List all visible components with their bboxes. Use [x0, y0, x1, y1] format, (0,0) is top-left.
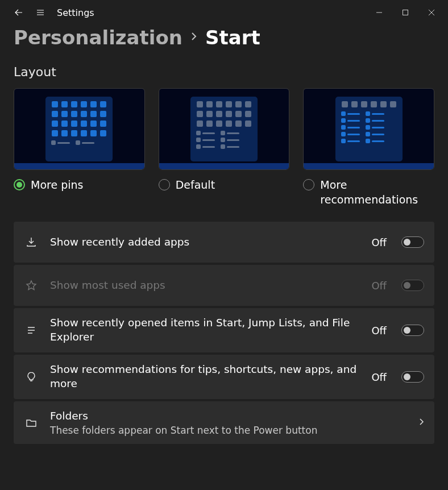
- title-bar: Settings: [0, 0, 448, 25]
- folder-icon: [24, 416, 39, 430]
- layout-option-more-pins[interactable]: More pins: [14, 88, 145, 207]
- setting-title: Folders: [50, 409, 407, 423]
- toggle-state: Off: [371, 280, 387, 292]
- toggle-recently-added-apps[interactable]: [401, 236, 424, 248]
- setting-subtitle: These folders appear on Start next to th…: [50, 425, 407, 436]
- maximize-button[interactable]: [392, 4, 418, 21]
- back-button[interactable]: [10, 4, 27, 21]
- arrow-left-icon: [14, 8, 23, 17]
- radio-label-more-recs: More recommendations: [320, 178, 434, 207]
- toggle-state: Off: [371, 371, 387, 383]
- setting-recommendations-tips[interactable]: Show recommendations for tips, shortcuts…: [14, 355, 434, 399]
- close-button[interactable]: [418, 4, 445, 21]
- breadcrumb: Personalization Start: [14, 26, 434, 49]
- list-icon: [24, 323, 39, 338]
- hamburger-icon: [36, 8, 45, 17]
- toggle-state: Off: [371, 325, 387, 337]
- chevron-right-icon: [190, 31, 197, 44]
- svg-rect-0: [403, 10, 408, 15]
- setting-title: Show recently added apps: [50, 235, 360, 250]
- setting-recently-opened-items[interactable]: Show recently opened items in Start, Jum…: [14, 308, 434, 352]
- maximize-icon: [403, 10, 408, 15]
- toggle-most-used-apps: [401, 280, 424, 291]
- layout-option-more-recs[interactable]: More recommendations: [303, 88, 434, 207]
- layout-options: More pins: [14, 88, 434, 207]
- setting-recently-added-apps[interactable]: Show recently added apps Off: [14, 222, 434, 263]
- radio-default[interactable]: [159, 179, 170, 190]
- layout-option-default[interactable]: Default: [159, 88, 290, 207]
- section-layout-title: Layout: [14, 65, 434, 79]
- toggle-state: Off: [371, 236, 387, 248]
- content-area: Personalization Start Layout: [0, 25, 448, 458]
- settings-list: Show recently added apps Off Show most u…: [14, 222, 434, 444]
- radio-label-more-pins: More pins: [31, 178, 83, 193]
- setting-title: Show recently opened items in Start, Jum…: [50, 316, 360, 344]
- toggle-recommendations-tips[interactable]: [401, 371, 424, 383]
- window-controls: [366, 4, 445, 21]
- minimize-icon: [376, 10, 382, 15]
- radio-label-default: Default: [176, 178, 215, 193]
- title-bar-left: Settings: [3, 4, 366, 21]
- breadcrumb-current: Start: [205, 26, 260, 49]
- layout-thumb-default: [159, 88, 290, 170]
- nav-menu-button[interactable]: [32, 4, 49, 21]
- setting-most-used-apps: Show most used apps Off: [14, 265, 434, 306]
- setting-title: Show recommendations for tips, shortcuts…: [50, 363, 360, 391]
- star-icon: [24, 278, 39, 293]
- download-icon: [24, 235, 39, 250]
- layout-thumb-more-pins: [14, 88, 145, 170]
- toggle-recently-opened-items[interactable]: [401, 325, 424, 336]
- breadcrumb-parent[interactable]: Personalization: [14, 26, 182, 49]
- lightbulb-icon: [24, 369, 39, 384]
- setting-folders[interactable]: Folders These folders appear on Start ne…: [14, 401, 434, 444]
- minimize-button[interactable]: [366, 4, 392, 21]
- chevron-right-icon: [418, 417, 424, 429]
- window-title: Settings: [57, 7, 94, 18]
- setting-title: Show most used apps: [50, 279, 360, 293]
- radio-more-pins[interactable]: [14, 179, 25, 190]
- layout-thumb-more-recs: [303, 88, 434, 170]
- close-icon: [429, 10, 434, 15]
- radio-more-recs[interactable]: [303, 179, 314, 190]
